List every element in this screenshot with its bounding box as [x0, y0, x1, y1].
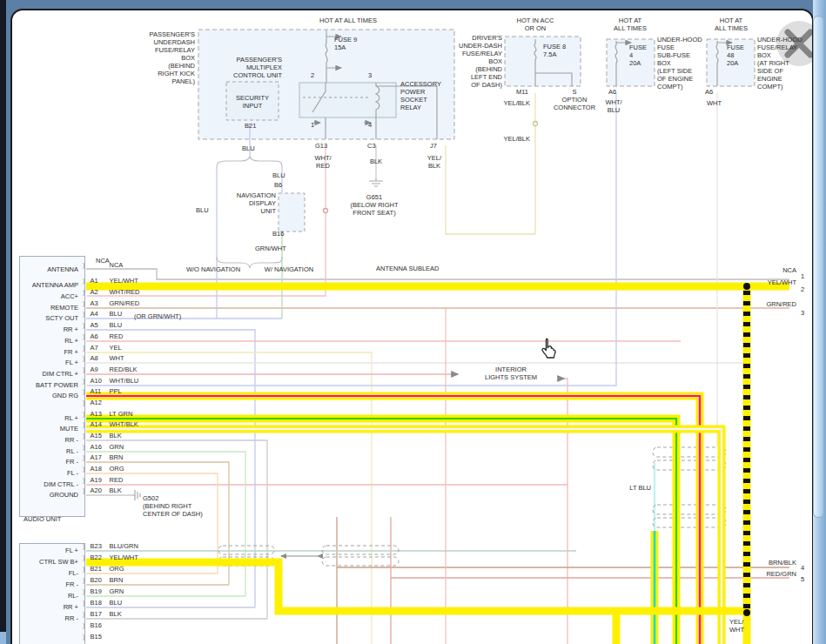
scrollbar-thumb[interactable]: [813, 16, 824, 518]
wire-brn-a17-b20: [86, 462, 229, 585]
nav-brace-bottom: [217, 257, 282, 268]
diagram-page: HOT AT ALL TIMESPASSENGER'SUNDERDASHFUSE…: [10, 9, 814, 644]
trace-junction-bottom: [743, 609, 750, 616]
driver-underdash-box: [505, 37, 581, 86]
wire-red-grn-path: [391, 517, 789, 644]
ground-symbol-g502: [132, 490, 140, 500]
trace-b22-yel-wht: [86, 562, 743, 611]
trace-a11-ppl-band: [86, 396, 700, 644]
passenger-underdash-box: [198, 30, 454, 139]
wiring-diagram-canvas: [12, 10, 814, 644]
vertical-scrollbar[interactable]: [813, 0, 826, 644]
ground-symbol-g651: [369, 178, 383, 186]
underhood-fuse-box: [707, 39, 755, 86]
window-corner-patch: [0, 632, 6, 644]
wire-nca: [86, 269, 789, 279]
wiring-diagram-viewer: { "app": { "kind": "automotive wiring di…: [0, 0, 826, 644]
inline-connector-mid: [322, 546, 399, 566]
trace-junction-top: [743, 283, 750, 290]
nav-brace-top: [217, 156, 282, 167]
wire-blk-a15-b17: [86, 440, 267, 619]
trace-a11-ppl-core: [86, 396, 700, 644]
inline-connector-right-1: [653, 447, 726, 470]
close-watermark-icon: [776, 21, 814, 66]
subfuse-box: [607, 39, 655, 86]
navigation-display-unit-box: [279, 193, 305, 231]
inline-connector-right-2: [653, 505, 726, 527]
window-left-edge: [0, 0, 6, 644]
wire-yel-blk-path: [446, 93, 535, 234]
